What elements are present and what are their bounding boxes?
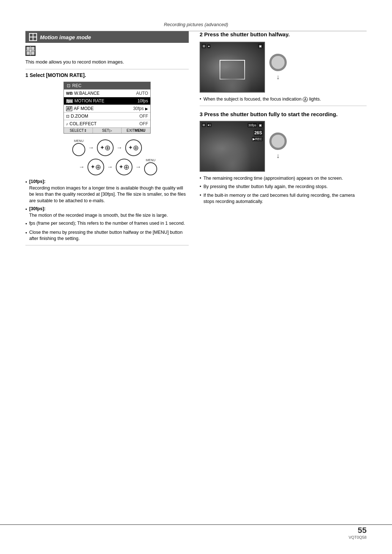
cam1-inner: ⊞ ● ▣: [200, 42, 264, 92]
step2-note-text: When the subject is focused, the focus i…: [203, 96, 321, 103]
page-container: Recording pictures (advanced) Motion ima…: [0, 0, 392, 554]
step3-note-3: • If the built-in memory or the card bec…: [200, 192, 367, 205]
fps-icon: fps: [66, 99, 73, 103]
bullet-dot-2: •: [25, 207, 27, 219]
motionrate-label: MOTION RATE: [74, 98, 136, 103]
nav-row-1: MENU → ⊕ → ⊕: [72, 139, 142, 156]
bullet-dot-3: •: [25, 221, 27, 228]
dzoom-label: D.ZOOM: [71, 114, 138, 119]
cam2-timer-wrapper: 26S: [254, 130, 263, 135]
step3-note-text-3: If the built-in memory or the card becom…: [203, 192, 367, 205]
page-number: 55: [348, 526, 367, 535]
wbalance-label: W.BALANCE: [74, 91, 135, 96]
cam1-hud-left: ⊞ ●: [202, 44, 211, 48]
bullet-10fps: • [10fps]: Recording motion images for a…: [25, 179, 189, 204]
menu-row-wbalance: WB W.BALANCE AUTO: [64, 89, 150, 97]
step3-note-2: • By pressing the shutter button fully a…: [200, 184, 367, 190]
motionrate-value: 10fps: [138, 98, 148, 103]
bullet-section: • [10fps]: Recording motion images for a…: [25, 179, 189, 242]
menu-circle: [72, 143, 85, 156]
cam2-grid-icon: ⊞: [202, 123, 206, 127]
step3-note-dot-2: •: [200, 184, 201, 190]
cam2-time: 26S: [254, 130, 263, 136]
menu-label-2: MENU: [146, 158, 156, 162]
menu-footer: SELECT⇕ SET▷ EXITMENU: [64, 127, 150, 133]
step3-shutter-btn: ↓: [269, 133, 287, 160]
nav-cross-3: ⊕: [87, 159, 104, 175]
step3-note-1: • The remaining recording time (approxim…: [200, 175, 367, 182]
description-text: This mode allows you to record motion im…: [25, 59, 189, 65]
shutter-arrow-down-1: ↓: [277, 73, 280, 81]
afmode-arrow: ▶: [145, 107, 148, 111]
step3-notes: • The remaining recording time (approxim…: [200, 175, 367, 205]
section-divider-1: [25, 69, 189, 69]
shutter-outer-2: [269, 133, 287, 150]
cam2-battery-icon: ▣: [258, 123, 263, 127]
left-column: Motion image mode This mode allows you t…: [25, 31, 189, 248]
cam2-subject: [210, 131, 254, 171]
arrow-4: →: [107, 164, 113, 170]
arrow-1: →: [88, 144, 94, 151]
step2-note: • When the subject is focused, the focus…: [200, 96, 367, 103]
coleffect-value: OFF: [139, 121, 148, 126]
menu-title: REC: [72, 83, 81, 88]
shutter-inner-2: [271, 135, 285, 148]
step3-note-text-1: The remaining recording time (approximat…: [203, 175, 343, 182]
nav-cross-2: ⊕: [125, 139, 142, 156]
bullet-fps-def: • fps (frame per second); This refers to…: [25, 220, 189, 228]
step3-camera-row: ⊞ ●1 30fps ▣ 26S: [200, 121, 367, 172]
menu-title-row: ⊡ REC: [64, 82, 150, 89]
cam1-battery-icon: ▣: [258, 44, 263, 48]
page-footer: 55 VQT0Q58: [348, 526, 367, 539]
arrow-3: →: [79, 164, 85, 170]
step2-cam-wrapper: A ⊞ ● ▣: [200, 42, 265, 93]
right-column: 2 Press the shutter button halfway. A ⊞: [200, 31, 367, 248]
afmode-label: AF MODE: [74, 106, 131, 111]
bullet-text-4: Close the menu by pressing the shutter b…: [29, 229, 189, 242]
section-divider-step3: [200, 106, 367, 106]
nav-cross-1: ⊕: [97, 139, 114, 156]
dzoom-icon: ⊡: [66, 114, 69, 119]
nav-cross-4: ⊕: [116, 159, 132, 175]
nav-row-2: → ⊕ → ⊕ → MENU: [79, 158, 157, 175]
step1-heading: 1 Select [MOTION RATE].: [25, 72, 189, 78]
step3-note-dot-1: •: [200, 175, 201, 182]
footer-exit: EXITMENU: [122, 128, 150, 133]
step3-note-text-2: By pressing the shutter button fully aga…: [203, 184, 328, 190]
menu-circle-2: [144, 162, 157, 175]
grid-icon: [29, 33, 37, 41]
coleffect-label: COL.EFFECT: [70, 121, 138, 126]
page-subtitle: Recording pictures (advanced): [25, 22, 367, 27]
bullet-text-1: [10fps]: Recording motion images for a l…: [29, 179, 189, 204]
menu-row-dzoom: ⊡ D.ZOOM OFF: [64, 112, 150, 120]
step3-note-dot-3: •: [200, 192, 201, 205]
step2-heading: 2 Press the shutter button halfway.: [200, 31, 367, 37]
menu-table: ⊡ REC WB W.BALANCE AUTO fps MOTION RATE …: [64, 82, 151, 134]
menu-row-coleffect: ♪ COL.EFFECT OFF: [64, 120, 150, 127]
section-header: Motion image mode: [25, 31, 189, 43]
bullet-close-menu: • Close the menu by pressing the shutter…: [25, 229, 189, 242]
cam1-hud-right: ▣: [258, 44, 263, 48]
footer-set: SET▷: [93, 128, 122, 133]
doc-code: VQT0Q58: [348, 535, 367, 539]
bullet-dot-4: •: [25, 230, 27, 242]
step3-camera-screen: ⊞ ●1 30fps ▣ 26S: [200, 121, 265, 172]
afmode-value: 30fps: [133, 106, 144, 111]
cam2-hud-left: ⊞ ●1: [202, 123, 212, 127]
step2-note-dot: •: [200, 96, 201, 103]
wbalance-value: AUTO: [136, 91, 148, 96]
section-title: Motion image mode: [40, 34, 91, 40]
cam1-grid-icon: ⊞: [202, 44, 206, 48]
cam2-inner: ⊞ ●1 30fps ▣ 26S: [200, 122, 264, 171]
shutter-outer-1: [269, 54, 287, 71]
arrow-2: →: [117, 144, 122, 151]
dzoom-value: OFF: [139, 114, 148, 119]
step2-camera-row: A ⊞ ● ▣: [200, 42, 367, 93]
cam2-hud-right: 30fps ▣: [248, 123, 263, 127]
cam1-mode-icon: ●: [207, 44, 211, 48]
section-divider-bottom: [25, 245, 189, 245]
nav-diagram-wrapper: MENU → ⊕ → ⊕ → ⊕: [25, 138, 189, 176]
col-icon: ♪: [66, 122, 68, 126]
step2-camera-screen: A ⊞ ● ▣: [200, 42, 265, 93]
step2-shutter-btn: ↓: [269, 54, 287, 81]
